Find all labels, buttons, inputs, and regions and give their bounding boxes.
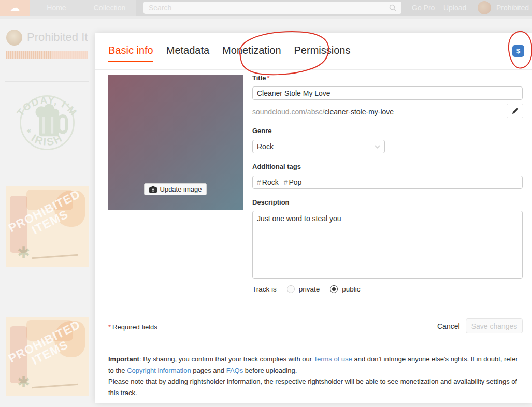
faqs-link[interactable]: FAQs xyxy=(226,367,243,374)
track-is-label: Track is xyxy=(252,285,277,293)
permalink: soundcloud.com/absc/ cleaner-stole-my-lo… xyxy=(252,106,394,118)
divider xyxy=(95,311,532,311)
genre-select[interactable]: Rock xyxy=(252,140,385,153)
rifle-shape xyxy=(32,254,78,259)
tab-monetization[interactable]: Monetization xyxy=(222,45,281,62)
tab-permissions[interactable]: Permissions xyxy=(294,45,351,62)
upload-link[interactable]: Upload xyxy=(443,0,466,16)
tab-basic-info[interactable]: Basic info xyxy=(108,45,153,62)
search-input[interactable] xyxy=(143,2,401,14)
go-pro-link[interactable]: Go Pro xyxy=(412,0,435,16)
divider xyxy=(5,164,89,164)
track-artwork: Update image xyxy=(108,75,243,210)
required-asterisk: * xyxy=(267,74,270,82)
prohibited-items-poster: ✱ PROHIBITEDITEMS xyxy=(6,186,89,267)
radio-private[interactable] xyxy=(287,285,295,293)
modal-tabs: Basic info Metadata Monetization Permiss… xyxy=(108,45,350,62)
legal-paragraph-1: Important: By sharing, you confirm that … xyxy=(108,354,523,376)
track-page-avatar xyxy=(6,30,22,46)
username-menu[interactable]: Prohibited xyxy=(496,0,529,16)
title-label: Title* xyxy=(252,74,270,82)
private-label: private xyxy=(299,285,320,293)
radio-public[interactable] xyxy=(330,285,338,293)
tags-label: Additional tags xyxy=(252,163,301,170)
pencil-icon xyxy=(512,108,519,114)
genre-value: Rock xyxy=(257,142,274,151)
screen: ☁ Home Collection Go Pro Upload Prohibit… xyxy=(0,0,532,407)
edit-track-modal: Basic info Metadata Monetization Permiss… xyxy=(95,33,532,403)
tag-hash: # xyxy=(284,178,288,186)
chevron-down-icon xyxy=(375,145,380,149)
track-page-title: Prohibited It xyxy=(27,31,95,46)
camera-icon xyxy=(149,186,157,193)
search-box[interactable] xyxy=(143,2,401,14)
update-image-label: Update image xyxy=(160,185,202,193)
legal-paragraph-2: Please note that by adding rightsholder … xyxy=(108,376,523,399)
cannabis-leaf-shape: ✱ xyxy=(17,243,30,261)
terms-of-use-link[interactable]: Terms of use xyxy=(313,355,352,363)
rifle-shape xyxy=(32,384,78,388)
waveform-unplayed xyxy=(52,51,88,59)
copyright-information-link[interactable]: Copyright information xyxy=(127,367,191,374)
title-input[interactable] xyxy=(252,86,523,100)
search-icon xyxy=(389,4,396,11)
monetization-dollar-icon[interactable]: $ xyxy=(512,45,524,57)
soundcloud-logo-icon[interactable]: ☁ xyxy=(0,0,30,16)
prohibited-items-poster: ✱ PROHIBITEDITEMS xyxy=(6,317,89,396)
update-image-button[interactable]: Update image xyxy=(144,183,207,195)
divider xyxy=(95,69,532,70)
description-textarea[interactable]: Just one word to steal you xyxy=(252,211,523,279)
user-avatar[interactable] xyxy=(478,1,491,14)
permalink-prefix: soundcloud.com/absc/ xyxy=(252,108,324,116)
tag-word: Pop xyxy=(289,178,302,186)
tag-hash: # xyxy=(257,178,261,186)
save-changes-button[interactable]: Save changes xyxy=(466,318,523,333)
tags-input[interactable]: # Rock # Pop xyxy=(252,176,523,189)
required-fields-note: *Required fields xyxy=(108,323,157,331)
nav-home[interactable]: Home xyxy=(30,0,83,16)
tab-metadata[interactable]: Metadata xyxy=(166,45,209,62)
edit-permalink-button[interactable] xyxy=(507,104,523,118)
header-strip xyxy=(0,16,532,19)
cannabis-leaf-shape: ✱ xyxy=(17,373,30,391)
description-label: Description xyxy=(252,198,290,206)
irish-badge-image: TODAY, I'M * IRISH * xyxy=(6,82,88,163)
genre-label: Genre xyxy=(252,127,272,135)
cancel-button[interactable]: Cancel xyxy=(437,322,460,330)
public-label: public xyxy=(342,285,360,293)
divider xyxy=(95,344,532,344)
privacy-row: Track is private public xyxy=(252,285,361,293)
top-navbar: ☁ Home Collection Go Pro Upload Prohibit… xyxy=(0,0,532,16)
nav-collection[interactable]: Collection xyxy=(83,0,136,16)
irish-badge-graphic: TODAY, I'M * IRISH * xyxy=(8,84,86,162)
permalink-slug: cleaner-stole-my-love xyxy=(324,108,394,116)
tag-word: Rock xyxy=(262,178,279,186)
